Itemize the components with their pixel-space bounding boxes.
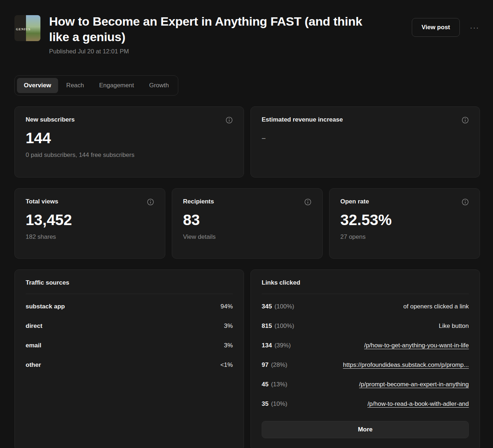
card-new-subscribers: New subscribers 144 0 paid subscribers, … <box>14 106 244 177</box>
published-date: Published Jul 20 at 12:01 PM <box>49 48 374 55</box>
card-total-views: Total views 13,452 182 shares <box>14 188 165 259</box>
tab-engagement[interactable]: Engagement <box>92 78 141 93</box>
traffic-source-label: direct <box>26 322 42 330</box>
header-actions: View post ··· <box>412 14 480 37</box>
link-description: Like button <box>439 322 469 330</box>
link-count: 345 <box>262 303 272 310</box>
link-count: 45 <box>262 381 269 388</box>
traffic-source-value: 3% <box>224 322 233 330</box>
info-icon[interactable] <box>304 198 311 206</box>
info-icon[interactable] <box>462 117 469 124</box>
link-pct: (100%) <box>274 322 294 330</box>
card-title: Open rate <box>340 198 369 205</box>
traffic-row: substack app 94% <box>26 297 233 316</box>
stats-row-1: New subscribers 144 0 paid subscribers, … <box>14 106 480 177</box>
link-row: 45 (13%) /p/prompt-become-an-expert-in-a… <box>262 375 469 394</box>
open-rate-subtitle: 27 opens <box>340 233 469 241</box>
tab-growth[interactable]: Growth <box>142 78 176 93</box>
link-count: 97 <box>262 361 269 369</box>
card-title: Traffic sources <box>26 279 69 286</box>
traffic-source-label: email <box>26 342 41 349</box>
traffic-row: other <1% <box>26 355 233 375</box>
open-rate-value: 32.53% <box>340 211 469 229</box>
clicked-link-url[interactable]: https://profoundideas.substack.com/p/pro… <box>343 361 469 369</box>
traffic-source-label: other <box>26 361 41 369</box>
divider <box>26 294 233 294</box>
traffic-source-value: 3% <box>224 342 233 349</box>
post-header: GENIUS How to Become an Expert in Anythi… <box>14 14 480 55</box>
traffic-source-label: substack app <box>26 303 65 310</box>
link-pct: (10%) <box>271 400 287 408</box>
card-title: Estimated revenue increase <box>262 116 343 123</box>
info-icon[interactable] <box>462 198 469 206</box>
post-title: How to Become an Expert in Anything FAST… <box>49 14 374 44</box>
recipients-value: 83 <box>183 211 311 229</box>
clicked-link-url[interactable]: /p/how-to-read-a-book-with-adler-and <box>367 400 469 408</box>
revenue-value: – <box>262 134 469 142</box>
info-icon[interactable] <box>226 117 233 124</box>
card-title: Links clicked <box>262 279 300 286</box>
view-post-button[interactable]: View post <box>412 18 460 37</box>
post-thumbnail: GENIUS <box>14 15 40 41</box>
new-subscribers-value: 144 <box>26 129 233 147</box>
tab-overview[interactable]: Overview <box>17 78 58 93</box>
total-views-subtitle: 182 shares <box>26 233 154 241</box>
new-subscribers-subtitle: 0 paid subscribers, 144 free subscribers <box>26 151 233 159</box>
more-options-icon[interactable]: ··· <box>469 22 480 33</box>
card-title: New subscribers <box>26 116 75 123</box>
stats-row-2: Total views 13,452 182 shares Recipients <box>14 188 480 259</box>
info-icon[interactable] <box>147 198 154 206</box>
traffic-source-value: 94% <box>221 303 233 310</box>
tab-reach[interactable]: Reach <box>60 78 91 93</box>
link-count: 35 <box>262 400 269 408</box>
link-pct: (28%) <box>271 361 287 369</box>
total-views-value: 13,452 <box>26 211 154 229</box>
link-description: of openers clicked a link <box>403 303 469 310</box>
card-estimated-revenue: Estimated revenue increase – <box>250 106 480 177</box>
post-stats-page: GENIUS How to Become an Expert in Anythi… <box>0 0 493 448</box>
clicked-link-url[interactable]: /p/prompt-become-an-expert-in-anything <box>359 381 469 388</box>
card-links-clicked: Links clicked 345 (100%) of openers clic… <box>250 269 480 448</box>
thumbnail-text: GENIUS <box>16 27 31 31</box>
link-pct: (13%) <box>271 381 287 388</box>
link-row: 97 (28%) https://profoundideas.substack.… <box>262 355 469 375</box>
detail-row: Traffic sources substack app 94% direct … <box>14 269 480 448</box>
card-title: Total views <box>26 198 58 205</box>
card-open-rate: Open rate 32.53% 27 opens <box>329 188 480 259</box>
link-row: 35 (10%) /p/how-to-read-a-book-with-adle… <box>262 394 469 414</box>
card-traffic-sources: Traffic sources substack app 94% direct … <box>14 269 244 448</box>
view-details-link[interactable]: View details <box>183 233 311 241</box>
traffic-row: direct 3% <box>26 316 233 336</box>
clicked-link-url[interactable]: /p/how-to-get-anything-you-want-in-life <box>364 342 469 349</box>
tabbar-wrap: Overview Reach Engagement Growth <box>14 75 480 96</box>
link-count: 815 <box>262 322 272 330</box>
link-row: 815 (100%) Like button <box>262 316 469 336</box>
link-row: 345 (100%) of openers clicked a link <box>262 297 469 316</box>
divider <box>262 294 469 294</box>
card-title: Recipients <box>183 198 214 205</box>
card-recipients: Recipients 83 View details <box>172 188 323 259</box>
link-row: 134 (39%) /p/how-to-get-anything-you-wan… <box>262 336 469 355</box>
link-pct: (100%) <box>274 303 294 310</box>
traffic-row: email 3% <box>26 336 233 355</box>
traffic-source-value: <1% <box>221 361 233 369</box>
tabbar: Overview Reach Engagement Growth <box>14 75 178 96</box>
title-block: How to Become an Expert in Anything FAST… <box>49 14 374 55</box>
link-count: 134 <box>262 342 272 349</box>
more-button[interactable]: More <box>262 421 469 438</box>
link-pct: (39%) <box>274 342 291 349</box>
